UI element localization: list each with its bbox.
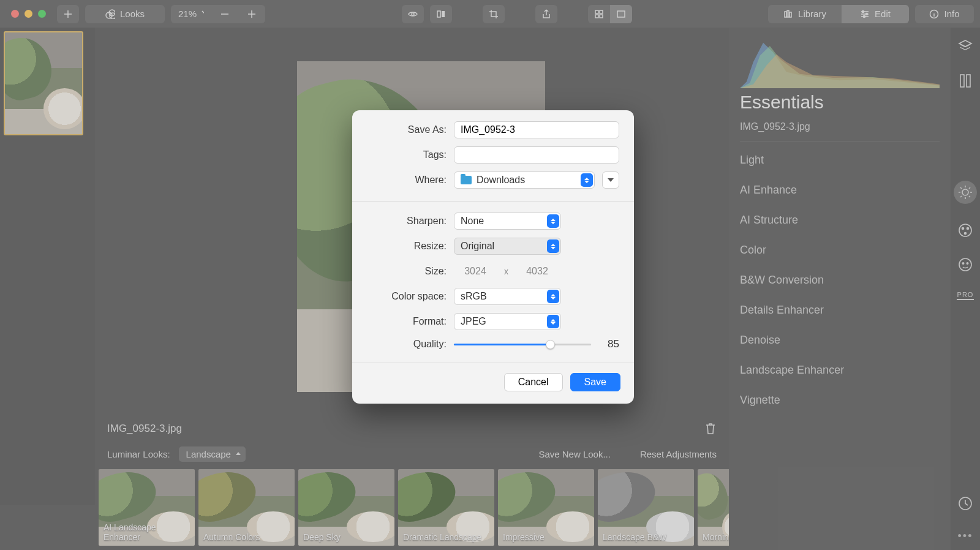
size-width-input: [454, 263, 497, 280]
save-dialog: Save As: Tags: Where: Downloads Sharpen:…: [352, 110, 634, 404]
folder-icon: [461, 176, 472, 184]
where-select[interactable]: Downloads: [454, 171, 595, 189]
updown-icon: [581, 173, 593, 187]
cancel-button[interactable]: Cancel: [504, 373, 563, 391]
updown-icon: [547, 214, 559, 228]
updown-icon: [547, 239, 559, 253]
size-height-input: [516, 263, 559, 280]
where-label: Where:: [367, 175, 447, 186]
expand-where-button[interactable]: [602, 171, 619, 189]
save-button[interactable]: Save: [570, 373, 620, 391]
format-label: Format:: [367, 316, 447, 327]
save-as-label: Save As:: [367, 124, 447, 135]
quality-slider[interactable]: [454, 338, 591, 350]
format-select[interactable]: JPEG: [454, 313, 561, 330]
resize-select[interactable]: Original: [454, 238, 561, 255]
save-as-input[interactable]: [454, 121, 619, 138]
sharpen-label: Sharpen:: [367, 216, 447, 227]
size-label: Size:: [367, 266, 447, 277]
quality-label: Quality:: [367, 339, 447, 350]
tags-label: Tags:: [367, 149, 447, 160]
colorspace-label: Color space:: [367, 291, 447, 302]
colorspace-select[interactable]: sRGB: [454, 288, 561, 305]
size-separator: x: [504, 266, 508, 276]
updown-icon: [547, 315, 559, 328]
sharpen-select[interactable]: None: [454, 213, 561, 230]
quality-value: 85: [601, 338, 619, 350]
slider-thumb[interactable]: [546, 340, 555, 349]
tags-input[interactable]: [454, 146, 619, 164]
updown-icon: [547, 290, 559, 303]
resize-label: Resize:: [367, 241, 447, 252]
where-value: Downloads: [477, 175, 525, 186]
